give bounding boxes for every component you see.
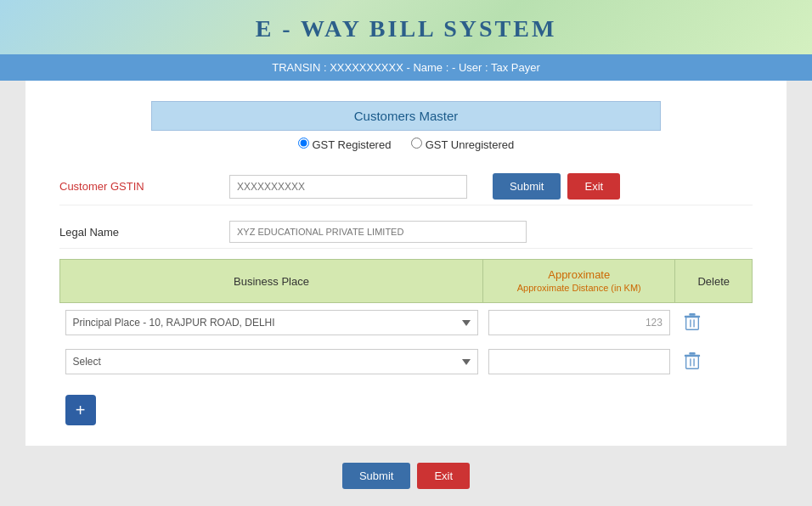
app-title: E - WAY BILL SYSTEM [0, 15, 812, 42]
top-actions: Submit Exit [493, 173, 620, 200]
add-button[interactable]: + [65, 395, 96, 425]
nav-bar: TRANSIN : XXXXXXXXXX - Name : - User : T… [0, 54, 812, 81]
trash-icon-2 [684, 352, 701, 371]
bottom-submit-button[interactable]: Submit [342, 463, 410, 489]
distance-cell-2 [483, 342, 675, 381]
distance-input-1[interactable] [488, 310, 670, 335]
bottom-exit-button[interactable]: Exit [417, 463, 470, 489]
svg-rect-3 [685, 316, 700, 318]
delete-cell-1 [675, 303, 753, 343]
business-place-cell-2: Select [60, 342, 483, 381]
header: E - WAY BILL SYSTEM [0, 0, 812, 54]
delete-button-1[interactable] [680, 310, 704, 335]
bottom-actions: Submit Exit [0, 463, 812, 489]
svg-rect-5 [686, 357, 699, 369]
delete-button-2[interactable] [680, 349, 704, 374]
svg-rect-2 [693, 319, 694, 327]
top-exit-button[interactable]: Exit [567, 173, 620, 200]
distance-cell-1 [483, 303, 675, 343]
legal-name-input[interactable] [229, 221, 527, 243]
business-place-cell-1: Principal Place - 10, RAJPUR ROAD, DELHI [60, 303, 483, 343]
nav-text: TRANSIN : XXXXXXXXXX - Name : - User : T… [272, 61, 539, 74]
svg-rect-7 [693, 358, 694, 366]
add-row: + [60, 381, 753, 432]
business-places-table: Business Place ApproximateApproximate Di… [59, 259, 753, 432]
delete-header: Delete [675, 260, 753, 303]
gst-registered-label[interactable]: GST Registered [298, 138, 394, 151]
add-cell: + [60, 381, 753, 432]
svg-rect-4 [689, 313, 695, 316]
trash-icon-1 [684, 313, 701, 332]
svg-rect-0 [686, 318, 699, 330]
business-place-select-2[interactable]: Select [65, 349, 478, 374]
business-place-header: Business Place [60, 260, 483, 303]
business-place-select-1[interactable]: Principal Place - 10, RAJPUR ROAD, DELHI [65, 310, 478, 335]
page-title: Customers Master [151, 101, 661, 131]
registration-type-group: GST Registered GST Unregistered [25, 138, 787, 151]
table-header: Business Place ApproximateApproximate Di… [60, 260, 753, 303]
gstin-label: Customer GSTIN [59, 180, 229, 193]
svg-rect-9 [689, 352, 695, 355]
main-content: Customers Master GST Registered GST Unre… [25, 81, 787, 446]
table-body: Principal Place - 10, RAJPUR ROAD, DELHI [60, 303, 753, 433]
table-row: Principal Place - 10, RAJPUR ROAD, DELHI [60, 303, 753, 343]
distance-input-2[interactable] [488, 349, 670, 374]
legal-name-row: Legal Name [59, 216, 753, 249]
gst-registered-radio[interactable] [298, 138, 309, 149]
distance-header: ApproximateApproximate Distance (in KM) [483, 260, 675, 303]
legal-name-label: Legal Name [59, 226, 229, 239]
svg-rect-1 [690, 319, 691, 327]
delete-cell-2 [675, 342, 753, 381]
svg-rect-6 [690, 358, 691, 366]
top-submit-button[interactable]: Submit [493, 173, 561, 200]
gstin-input[interactable] [229, 175, 467, 199]
form-section: Customer GSTIN Submit Exit Legal Name Bu… [25, 161, 787, 446]
gstin-row: Customer GSTIN Submit Exit [59, 168, 753, 205]
gst-unregistered-label[interactable]: GST Unregistered [411, 138, 514, 151]
table-row: Select [60, 342, 753, 381]
svg-rect-8 [685, 355, 700, 357]
gst-unregistered-radio[interactable] [411, 138, 422, 149]
